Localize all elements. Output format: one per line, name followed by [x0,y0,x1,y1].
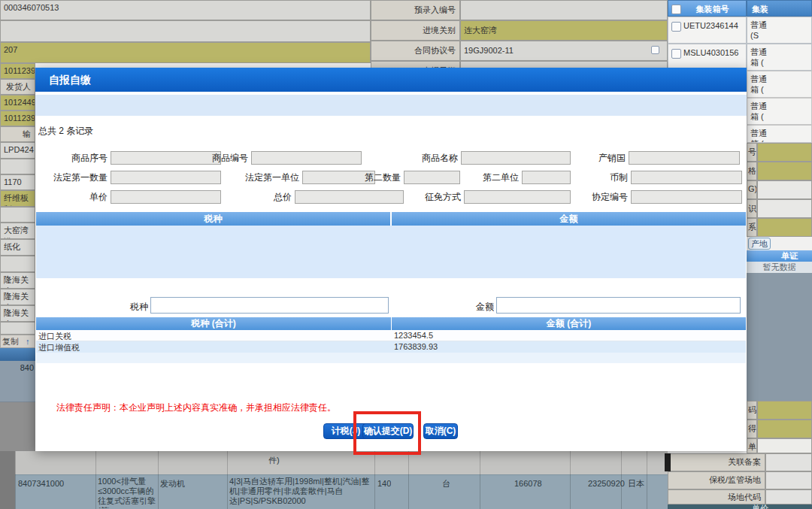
bg-entry-number-cell[interactable]: 000346070513 [0,0,371,20]
legal-qty1-input[interactable] [111,171,221,184]
related-record-label: 关联备案 [668,453,765,471]
legal-qty1-label: 法定第一数量 [43,171,108,184]
legal-unit1-label: 法定第一单位 [227,171,299,184]
bg-grid-toolbar: 复制 ↑ [0,335,35,348]
tax-type-input[interactable] [150,297,389,314]
field-unit2: 第二单位 [469,170,571,185]
container-table-header[interactable]: 集装箱号 [668,0,747,17]
bg-cut-value[interactable] [757,438,812,453]
bg-code-207-cell[interactable]: 207 [0,42,371,63]
bg-left-cell[interactable]: 1170 [0,174,35,190]
dialog-title-bar[interactable]: 自报自缴 [35,68,747,92]
tax-total-row[interactable]: 进口关税 1233454.5 [36,330,746,341]
container-type[interactable]: 普通 箱 ( [747,98,812,125]
bg-cut-value[interactable] [757,420,812,438]
field-levy-mode: 征免方式 [404,189,571,205]
bonded-site-label: 保税/监管场地 [668,471,765,489]
cancel-button[interactable]: 取消(C) [423,423,458,439]
bg-left-label: 输 [0,126,35,142]
container-row[interactable]: UETU2346144 [668,17,747,44]
amount-total-header: 金额 (合计) [392,317,746,330]
agreement-no-input[interactable] [631,190,742,204]
bg-cut-label: 格 [747,162,757,180]
container-type[interactable]: 普通 箱 ( [747,125,812,143]
grid-line [480,451,480,509]
levy-mode-input[interactable] [464,190,571,204]
bg-left-label: 发货人代 [0,79,35,95]
scrollbar-thumb[interactable] [665,453,671,471]
field-value-customs[interactable]: 连大窑湾 [460,20,668,41]
move-up-icon[interactable]: ↑ [26,337,30,346]
copy-button[interactable]: 复制 [2,337,19,346]
grid-line [374,451,375,509]
related-record-value[interactable] [765,453,812,471]
field-label-customs: 进境关别 [371,20,460,41]
bg-left-cell[interactable]: 隆海关本 [0,305,35,322]
bg-left-cell[interactable]: 1011239 [0,111,35,126]
bg-cut-label: 码 [747,401,757,420]
row-checkbox[interactable] [671,49,681,59]
bg-cut-value[interactable] [757,143,812,162]
field-value-entry-no[interactable] [460,0,668,20]
bg-left-cell[interactable]: LPD424 [0,142,35,159]
goods-desc: 1000<排气量≤3000cc车辆的往复式活塞引擎(第 [98,477,159,508]
bg-cut-value[interactable] [757,162,812,180]
amount-input[interactable] [496,297,741,314]
unit2-input[interactable] [522,171,571,184]
bg-cut-value[interactable] [757,199,812,218]
container-no: MSLU4030156 [683,48,738,57]
origin-country-input[interactable] [629,151,740,165]
goods-name-input[interactable] [461,151,571,165]
row-checkbox[interactable] [671,22,681,32]
no-data-text: 暂无数据 [747,262,812,273]
bg-left-cell[interactable]: 纸化 [0,239,35,256]
container-type-header[interactable]: 集装 [747,0,812,17]
bg-left-cell[interactable] [0,207,35,223]
site-code-value[interactable] [765,489,812,504]
bg-dark-row-fragment: 单价 [668,504,812,509]
bg-left-cell[interactable] [0,256,35,272]
qty2-input[interactable] [404,171,460,184]
goods-desc-fragment: 件) [268,456,280,465]
tax-type-column-header: 税种 [36,212,390,226]
bg-left-cell[interactable]: 大窑湾港 [0,223,35,239]
origin-chip[interactable]: 产地 [748,238,771,250]
tax-total-row[interactable]: 进口增值税 1763839.93 [36,341,746,353]
bg-cut-value[interactable] [757,401,812,420]
field-currency: 币制 [578,170,742,185]
container-row[interactable]: MSLU4030156 [668,44,747,71]
bg-left-cell[interactable]: 隆海关本 [0,289,35,305]
grid-line [408,451,409,509]
contract-checkbox[interactable] [651,46,659,54]
origin-country-label: 产销国 [562,152,626,165]
bg-goods-row-fragment[interactable]: 840 [0,361,35,402]
goods-name-label: 商品名称 [389,152,458,165]
unit-price-input[interactable] [111,190,221,204]
amount-input-label: 金额 [456,301,494,314]
amount-column-header: 金额 [392,212,746,226]
field-unit-price: 单价 [50,189,221,205]
goods-qty: 140 [377,479,391,489]
bg-left-cell[interactable] [0,322,35,335]
bg-empty-cell[interactable] [0,20,371,42]
bg-left-cell[interactable]: 1011239 [0,63,35,79]
bg-left-cell[interactable]: 隆海关本 [0,272,35,289]
bg-left-cell[interactable]: 1012449 [0,95,35,111]
bg-left-cell[interactable]: 纤维板制 [0,190,35,207]
bg-cut-value[interactable] [757,218,812,237]
goods-name: 发动机 [160,479,185,489]
currency-input[interactable] [631,171,742,184]
container-type[interactable]: 普通 (S [747,17,812,44]
bonded-site-value[interactable] [765,471,812,489]
total-price-input[interactable] [295,190,404,204]
field-value-contract-no[interactable]: 19GJ9002-11 [460,41,668,61]
container-type[interactable]: 普通 箱 ( [747,71,812,98]
bg-cut-value[interactable] [757,180,812,199]
levy-mode-label: 征免方式 [404,191,461,204]
goods-total-price: 23250920 [588,479,625,489]
dialog-subheader-strip [35,95,747,116]
select-all-checkbox[interactable] [671,5,681,14]
goods-code-input[interactable] [251,151,362,165]
bg-left-cell[interactable] [0,159,35,174]
container-type[interactable]: 普通 箱 ( [747,44,812,71]
